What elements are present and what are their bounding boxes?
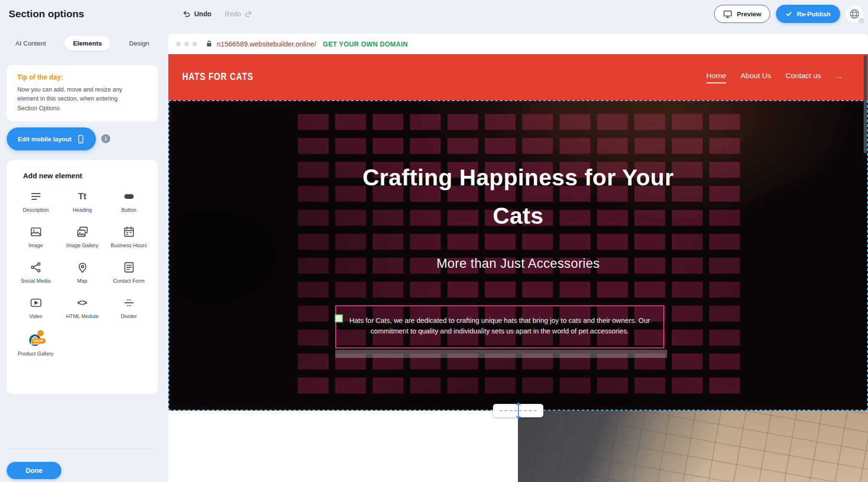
tab-design[interactable]: Design bbox=[127, 36, 151, 51]
element-label: Image Gallery bbox=[66, 242, 98, 249]
redo-label: Redo bbox=[225, 10, 241, 18]
tab-ai-content[interactable]: AI Content bbox=[13, 36, 48, 51]
element-label: Heading bbox=[72, 207, 92, 213]
tip-title: Tip of the day: bbox=[17, 73, 147, 81]
info-icon[interactable]: i bbox=[101, 134, 110, 143]
undo-button[interactable]: Undo bbox=[182, 10, 211, 18]
element-label: Description bbox=[23, 207, 48, 213]
edit-mobile-label: Edit mobile layout bbox=[18, 136, 71, 143]
element-label: Product Gallery bbox=[18, 350, 53, 357]
html-code-icon: <> bbox=[77, 296, 87, 310]
globe-icon bbox=[849, 9, 860, 19]
redo-icon bbox=[244, 10, 253, 18]
canvas-scrollbar[interactable] bbox=[864, 55, 867, 153]
section-resize-handle[interactable] bbox=[493, 404, 543, 417]
element-label: Social Media bbox=[21, 277, 51, 284]
redo-button[interactable]: Redo bbox=[225, 10, 253, 18]
page-title: Section options bbox=[9, 8, 84, 20]
window-dot bbox=[192, 42, 197, 46]
undo-label: Undo bbox=[194, 10, 211, 18]
hero-subheading[interactable]: More than Just Accessories bbox=[168, 256, 868, 271]
image-icon bbox=[30, 225, 42, 239]
social-media-icon bbox=[30, 260, 42, 275]
hero-content: Crafting Happiness for Your Cats More th… bbox=[168, 100, 868, 411]
video-icon bbox=[30, 296, 42, 310]
element-label: Image bbox=[28, 242, 43, 249]
globe-badge bbox=[859, 18, 864, 23]
next-section-photo[interactable] bbox=[518, 411, 868, 482]
upgrade-arrow-badge: ↑ bbox=[37, 330, 44, 336]
sidebar: AI Content Elements Design Tip of the da… bbox=[0, 28, 164, 482]
next-section-text-area[interactable] bbox=[168, 411, 518, 482]
element-product-gallery[interactable]: ↑ SHOP Product Gallery bbox=[14, 331, 58, 357]
sidebar-divider bbox=[7, 448, 158, 448]
selected-text-element[interactable]: Hats for Cats, we are dedicated to craft… bbox=[335, 305, 664, 348]
element-html-module[interactable]: <> HTML Module bbox=[61, 296, 104, 320]
undo-icon bbox=[182, 10, 191, 18]
nav-about-us[interactable]: About Us bbox=[740, 71, 771, 83]
element-hover-strip bbox=[335, 350, 667, 358]
monitor-icon bbox=[723, 10, 732, 19]
product-gallery-icon: ↑ SHOP bbox=[28, 331, 44, 347]
element-label: Video bbox=[29, 313, 42, 320]
check-icon bbox=[786, 11, 792, 17]
hero-section[interactable]: Crafting Happiness for Your Cats More th… bbox=[168, 100, 868, 411]
edit-mobile-layout-button[interactable]: Edit mobile layout bbox=[7, 127, 96, 150]
element-label: Map bbox=[77, 277, 87, 284]
nav-more-menu[interactable]: ... bbox=[835, 71, 842, 83]
element-map[interactable]: Map bbox=[61, 260, 104, 284]
tip-body: Now you can add, move and resize any ele… bbox=[17, 85, 138, 113]
add-new-element-panel: Add new element Description Tt Heading B… bbox=[7, 160, 158, 394]
browser-bar: n1566589.websitebuilder.online/ GET YOUR… bbox=[168, 34, 868, 54]
resize-arrows-icon bbox=[515, 401, 522, 421]
hero-heading[interactable]: Crafting Happiness for Your Cats bbox=[360, 159, 677, 235]
element-drag-handle[interactable] bbox=[335, 314, 343, 322]
history-controls: Undo Redo bbox=[182, 0, 253, 28]
contact-form-icon bbox=[123, 260, 135, 275]
element-label: HTML Module bbox=[66, 313, 98, 320]
element-label: Business Hours bbox=[111, 242, 147, 249]
shop-badge: SHOP bbox=[32, 338, 46, 344]
element-image-gallery[interactable]: Image Gallery bbox=[61, 225, 104, 249]
window-controls bbox=[176, 42, 197, 46]
republish-button[interactable]: Re-Publish bbox=[776, 5, 840, 23]
map-pin-icon bbox=[76, 260, 89, 275]
element-divider[interactable]: Divider bbox=[107, 296, 151, 320]
tip-of-the-day-card: Tip of the day: Now you can add, move an… bbox=[7, 65, 158, 121]
divider-icon bbox=[123, 296, 135, 310]
mobile-phone-icon bbox=[77, 135, 85, 144]
hero-paragraph[interactable]: Hats for Cats, we are dedicated to craft… bbox=[336, 306, 663, 336]
get-domain-link[interactable]: GET YOUR OWN DOMAIN bbox=[323, 40, 408, 48]
site-logo[interactable]: HATS FOR CATS bbox=[182, 71, 253, 83]
site-canvas: n1566589.websitebuilder.online/ GET YOUR… bbox=[168, 34, 868, 482]
description-icon bbox=[30, 189, 42, 204]
nav-home[interactable]: Home bbox=[706, 71, 726, 83]
element-label: Contact Form bbox=[113, 277, 144, 284]
site-nav: Home About Us Contact us ... bbox=[706, 71, 842, 83]
preview-button[interactable]: Preview bbox=[714, 5, 770, 23]
language-globe-button[interactable] bbox=[846, 5, 863, 23]
site-header: HATS FOR CATS Home About Us Contact us .… bbox=[168, 54, 868, 100]
element-button[interactable]: Button bbox=[107, 189, 151, 213]
site-url[interactable]: n1566589.websitebuilder.online/ bbox=[217, 40, 316, 48]
element-image[interactable]: Image bbox=[14, 225, 58, 249]
topbar-actions: Preview Re-Publish bbox=[714, 5, 863, 23]
add-element-title: Add new element bbox=[23, 172, 152, 180]
element-heading[interactable]: Tt Heading bbox=[61, 189, 104, 213]
done-button[interactable]: Done bbox=[7, 462, 61, 479]
element-social-media[interactable]: Social Media bbox=[14, 260, 58, 284]
element-description[interactable]: Description bbox=[14, 189, 58, 213]
tab-elements[interactable]: Elements bbox=[64, 36, 110, 51]
next-section bbox=[168, 411, 868, 482]
window-dot bbox=[184, 42, 189, 46]
heading-icon: Tt bbox=[78, 189, 86, 204]
topbar: Section options Undo Redo Preview Re-P bbox=[0, 0, 868, 28]
element-label: Button bbox=[121, 207, 136, 213]
element-label: Divider bbox=[121, 313, 137, 320]
element-contact-form[interactable]: Contact Form bbox=[107, 260, 151, 284]
lock-icon bbox=[206, 40, 212, 47]
sidebar-tabs: AI Content Elements Design bbox=[7, 34, 158, 52]
element-business-hours[interactable]: Business Hours bbox=[107, 225, 151, 249]
nav-contact-us[interactable]: Contact us bbox=[786, 71, 821, 83]
element-video[interactable]: Video bbox=[14, 296, 58, 320]
